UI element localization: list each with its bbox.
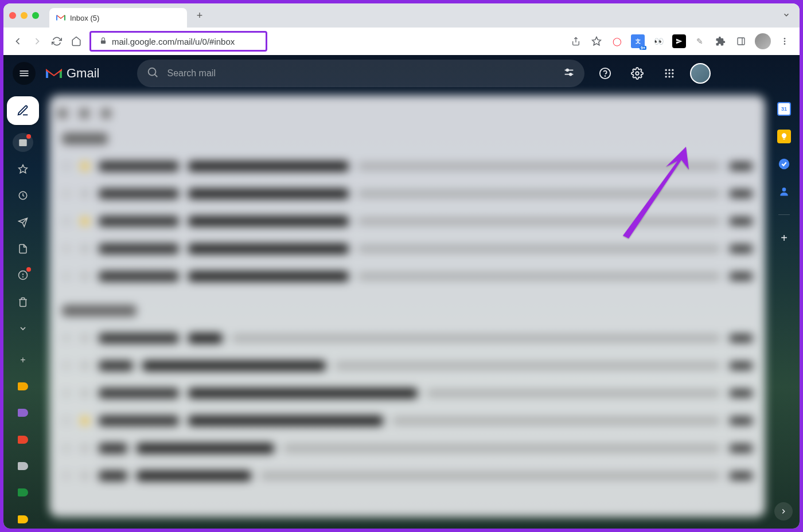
lock-icon — [99, 37, 107, 46]
tasks-app-icon[interactable] — [777, 157, 791, 171]
extension-eyes-icon[interactable]: 👀 — [652, 34, 665, 48]
keep-app-icon[interactable] — [777, 130, 791, 143]
browser-menu-button[interactable] — [778, 34, 792, 48]
svg-point-30 — [23, 277, 24, 277]
gmail-app: Gmail Search mail + — [3, 55, 800, 529]
search-placeholder: Search mail — [167, 68, 215, 79]
svg-marker-26 — [19, 165, 28, 173]
gmail-product-name: Gmail — [67, 66, 99, 81]
search-icon — [146, 66, 159, 81]
svg-point-23 — [669, 76, 671, 77]
browser-tab-active[interactable]: Inbox (5) — [49, 8, 187, 28]
close-window-button[interactable] — [9, 12, 16, 19]
label-4[interactable] — [13, 457, 33, 475]
svg-point-4 — [784, 38, 786, 40]
extension-send-icon[interactable] — [672, 34, 686, 48]
support-button[interactable] — [594, 62, 617, 85]
extension-brush-icon[interactable]: ✎ — [693, 34, 707, 48]
gmail-favicon — [56, 13, 65, 22]
minimize-window-button[interactable] — [21, 12, 28, 19]
svg-rect-0 — [101, 40, 106, 44]
browser-toolbar: mail.google.com/mail/u/0/#inbox ◯ 文9+ 👀 … — [3, 28, 800, 55]
spam-nav-icon[interactable] — [13, 266, 33, 284]
get-addons-icon[interactable]: + — [777, 231, 791, 245]
maximize-window-button[interactable] — [32, 12, 39, 19]
share-icon[interactable] — [569, 34, 583, 48]
svg-point-5 — [784, 41, 786, 42]
inbox-nav-icon[interactable] — [13, 133, 33, 151]
svg-point-15 — [636, 72, 640, 75]
browser-window: Inbox (5) + mail.google.com/mail/u/0/#in… — [3, 3, 800, 529]
svg-point-16 — [665, 69, 667, 71]
svg-rect-25 — [19, 139, 27, 146]
label-2[interactable] — [13, 404, 33, 422]
snoozed-nav-icon[interactable] — [13, 186, 33, 205]
create-label-icon[interactable]: + — [13, 350, 33, 369]
svg-point-21 — [672, 72, 674, 74]
svg-point-24 — [672, 76, 674, 77]
svg-point-7 — [149, 68, 156, 76]
svg-point-32 — [782, 187, 786, 191]
label-5[interactable] — [13, 483, 33, 502]
gmail-logo[interactable]: Gmail — [45, 66, 99, 81]
svg-point-14 — [605, 76, 606, 76]
address-bar[interactable]: mail.google.com/mail/u/0/#inbox — [89, 31, 267, 52]
gmail-header: Gmail Search mail — [3, 55, 800, 92]
left-nav-rail: + — [3, 92, 42, 529]
tab-title: Inbox (5) — [70, 14, 99, 22]
calendar-app-icon[interactable]: 31 — [777, 102, 791, 116]
compose-button[interactable] — [7, 96, 39, 125]
extension-translate-icon[interactable]: 文9+ — [631, 34, 645, 48]
new-tab-button[interactable]: + — [192, 7, 208, 24]
search-options-icon[interactable] — [563, 66, 575, 81]
svg-point-12 — [570, 73, 572, 76]
home-button[interactable] — [70, 35, 83, 48]
svg-rect-2 — [738, 38, 744, 45]
svg-point-22 — [665, 76, 667, 77]
bookmark-star-icon[interactable] — [590, 34, 603, 48]
label-3[interactable] — [13, 430, 33, 448]
reload-button[interactable] — [50, 35, 63, 48]
window-controls — [9, 12, 39, 19]
main-menu-button[interactable] — [13, 62, 36, 85]
svg-line-8 — [155, 75, 158, 77]
settings-button[interactable] — [626, 62, 649, 85]
gmail-m-icon — [45, 66, 63, 80]
extension-opera-icon[interactable]: ◯ — [610, 34, 624, 48]
sidepanel-button[interactable] — [734, 34, 748, 48]
svg-point-6 — [784, 43, 786, 45]
svg-point-11 — [567, 69, 569, 72]
trash-nav-icon[interactable] — [13, 293, 33, 311]
svg-marker-1 — [592, 37, 601, 45]
google-apps-button[interactable] — [658, 62, 681, 85]
forward-button[interactable] — [31, 35, 44, 48]
extensions-button[interactable] — [714, 34, 727, 48]
back-button[interactable] — [11, 35, 24, 48]
svg-point-20 — [669, 72, 671, 74]
right-side-panel: 31 + — [769, 92, 800, 529]
inbox-panel — [49, 95, 765, 517]
starred-nav-icon[interactable] — [13, 160, 33, 178]
svg-point-18 — [672, 69, 674, 71]
svg-point-17 — [669, 69, 671, 71]
svg-point-19 — [665, 72, 667, 74]
url-text: mail.google.com/mail/u/0/#inbox — [112, 37, 235, 46]
label-6[interactable] — [13, 510, 33, 529]
contacts-app-icon[interactable] — [777, 185, 791, 198]
more-nav-icon[interactable] — [13, 319, 33, 338]
drafts-nav-icon[interactable] — [13, 240, 33, 258]
account-avatar[interactable] — [690, 63, 711, 84]
browser-profile-avatar[interactable] — [755, 33, 771, 49]
browser-tab-bar: Inbox (5) + — [3, 3, 800, 28]
tab-list-button[interactable] — [782, 11, 790, 21]
sent-nav-icon[interactable] — [13, 213, 33, 231]
label-1[interactable] — [13, 377, 33, 396]
search-mail-input[interactable]: Search mail — [137, 60, 584, 87]
